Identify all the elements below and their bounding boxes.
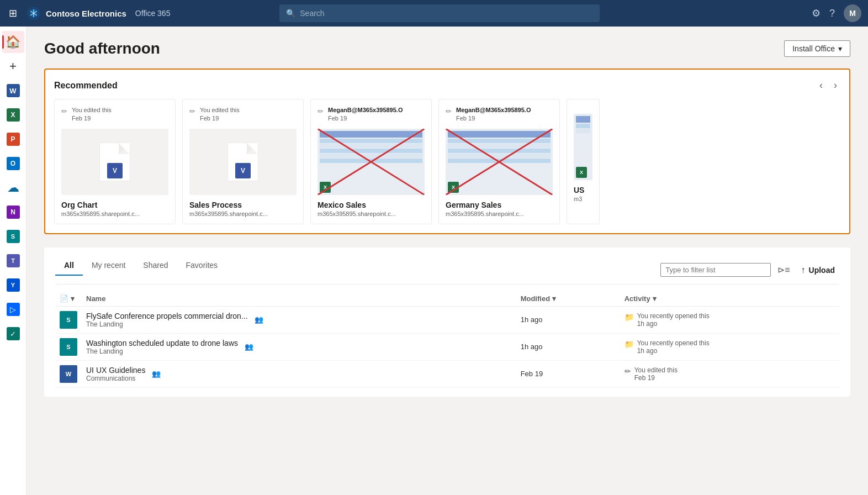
upload-button[interactable]: ↑ Upload <box>797 263 839 277</box>
recommended-prev-button[interactable]: ‹ <box>816 78 826 92</box>
sidebar-item-onedrive[interactable]: ☁ <box>2 177 24 199</box>
recommended-next-button[interactable]: › <box>830 78 840 92</box>
folder-icon: 📁 <box>624 340 634 349</box>
file-name-cell[interactable]: UI UX Guidelines Communications 👥 <box>82 360 516 387</box>
col-activity-header[interactable]: Activity ▾ <box>620 291 839 307</box>
file-type-icon: 📄 ▾ <box>60 294 75 303</box>
top-navigation: ⊞ Contoso Electronics Office 365 🔍 ⚙ ? M <box>0 0 868 27</box>
tab-shared[interactable]: Shared <box>134 256 177 275</box>
edit-icon: ✏ <box>624 367 631 376</box>
card-name: US <box>574 186 592 194</box>
sidebar-item-powerpoint[interactable]: P <box>2 128 24 150</box>
app-grid-icon[interactable]: ⊞ <box>7 5 19 22</box>
recommended-card-sales-process[interactable]: ✏ You edited this Feb 19 V Sales Process… <box>182 99 304 224</box>
col-name-header[interactable]: Name <box>82 291 516 307</box>
planner-icon: ✓ <box>7 327 20 340</box>
filter-icon-button[interactable]: ⊳≡ <box>775 262 792 277</box>
card-url: m365x395895.sharepoint.c... <box>446 210 553 217</box>
visio-badge: V <box>107 163 123 178</box>
files-section: All My recent Shared Favorites ⊳≡ ↑ Uplo… <box>44 247 850 397</box>
onenote-icon: N <box>7 206 20 219</box>
recommended-card-germany-sales[interactable]: ✏ MeganB@M365x395895.O Feb 19 <box>438 99 560 224</box>
chevron-down-icon: ▾ <box>838 44 842 53</box>
table-row[interactable]: W UI UX Guidelines Communications 👥 <box>55 360 839 387</box>
card-url: m365x395895.sharepoint.c... <box>61 210 168 217</box>
sidebar-item-word[interactable]: W <box>2 80 24 102</box>
card-thumbnail: X <box>317 129 425 195</box>
files-toolbar: ⊳≡ ↑ Upload <box>660 262 839 277</box>
tab-all[interactable]: All <box>55 256 83 275</box>
user-avatar[interactable]: M <box>844 4 861 22</box>
activity-sort[interactable]: Activity ▾ <box>624 294 835 303</box>
activity-line2: Feb 19 <box>634 374 678 382</box>
file-icon-cell: S <box>55 306 82 333</box>
edit-icon: ✏ <box>317 107 324 115</box>
sidebar-item-teams[interactable]: T <box>2 250 24 272</box>
card-name: Org Chart <box>61 201 168 209</box>
card-meta-text: MeganB@M365x395895.O Feb 19 <box>328 106 403 123</box>
recommended-header: Recommended ‹ › <box>54 78 840 92</box>
recommended-card-org-chart[interactable]: ✏ You edited this Feb 19 V Org Chart m36… <box>54 99 176 224</box>
help-icon[interactable]: ? <box>829 8 835 19</box>
spo-file-icon: S <box>60 338 77 356</box>
teams-icon: T <box>7 254 20 267</box>
search-icon: 🔍 <box>286 9 295 18</box>
shared-icon: 👥 <box>245 343 253 351</box>
files-table: 📄 ▾ Name Modified ▾ Activity ▾ <box>55 291 839 388</box>
home-icon: 🏠 <box>6 35 20 49</box>
app-logo[interactable]: Contoso Electronics <box>26 6 126 21</box>
excel-badge: X <box>448 182 459 193</box>
card-meta-text: You edited this Feb 19 <box>72 106 112 123</box>
main-layout: 🏠 + W X P O ☁ N S T Y ▷ <box>0 27 868 495</box>
activity-cell: 📁 You recently opened this 1h ago <box>620 333 839 360</box>
search-input[interactable] <box>300 9 593 18</box>
recommended-cards-container: ✏ You edited this Feb 19 V Org Chart m36… <box>54 99 840 224</box>
card-meta: ✏ You edited this Feb 19 <box>189 106 297 123</box>
filter-input[interactable] <box>660 263 771 277</box>
edit-icon: ✏ <box>61 107 67 115</box>
table-row[interactable]: S FlySafe Conference propels commercial … <box>55 306 839 333</box>
sidebar: 🏠 + W X P O ☁ N S T Y ▷ <box>0 27 27 495</box>
file-name-cell[interactable]: FlySafe Conference propels commercial dr… <box>82 306 516 333</box>
activity-line1: You recently opened this <box>637 339 710 347</box>
recommended-card-us-sales[interactable]: X US m3 <box>567 99 600 224</box>
sidebar-item-add[interactable]: + <box>2 55 24 77</box>
card-url: m365x395895.sharepoint.c... <box>317 210 425 217</box>
sidebar-item-outlook[interactable]: O <box>2 152 24 175</box>
tab-my-recent[interactable]: My recent <box>83 256 134 275</box>
sidebar-item-planner[interactable]: ✓ <box>2 323 24 345</box>
outlook-icon: O <box>7 157 20 170</box>
upload-icon: ↑ <box>801 265 806 275</box>
file-name: UI UX Guidelines <box>86 366 145 375</box>
sidebar-item-home[interactable]: 🏠 <box>2 31 24 53</box>
install-office-button[interactable]: Install Office ▾ <box>784 40 850 57</box>
sidebar-item-excel[interactable]: X <box>2 104 24 126</box>
excel-badge: X <box>320 182 331 193</box>
col-file-icon-header: 📄 ▾ <box>55 291 82 307</box>
tab-favorites[interactable]: Favorites <box>177 256 227 275</box>
file-name-cell[interactable]: Washington scheduled update to drone law… <box>82 333 516 360</box>
page-title: Good afternoon <box>44 40 160 57</box>
activity-line2: 1h ago <box>637 347 710 355</box>
recommended-card-mexico-sales[interactable]: ✏ MeganB@M365x395895.O Feb 19 <box>310 99 432 224</box>
app-name: Contoso Electronics <box>46 9 126 18</box>
sidebar-item-flow[interactable]: ▷ <box>2 298 24 320</box>
file-location: The Landing <box>86 320 248 328</box>
edit-icon: ✏ <box>189 107 195 115</box>
card-thumbnail: V <box>189 129 297 195</box>
search-bar[interactable]: 🔍 <box>279 4 600 22</box>
settings-icon[interactable]: ⚙ <box>812 7 821 19</box>
col-modified-header[interactable]: Modified ▾ <box>516 291 620 307</box>
sidebar-item-yammer[interactable]: Y <box>2 274 24 296</box>
sidebar-item-onenote[interactable]: N <box>2 201 24 223</box>
table-row[interactable]: S Washington scheduled update to drone l… <box>55 333 839 360</box>
visio-badge: V <box>235 163 251 178</box>
visio-file-icon: V <box>227 143 258 181</box>
card-name: Sales Process <box>189 201 297 209</box>
modified-sort[interactable]: Modified ▾ <box>521 294 616 303</box>
files-tabs: All My recent Shared Favorites <box>55 256 226 275</box>
name-sort[interactable]: Name <box>86 294 512 303</box>
card-meta: ✏ You edited this Feb 19 <box>61 106 168 123</box>
sidebar-item-sharepoint[interactable]: S <box>2 225 24 247</box>
recommended-section: Recommended ‹ › ✏ You edited this Feb 19 <box>44 69 850 234</box>
